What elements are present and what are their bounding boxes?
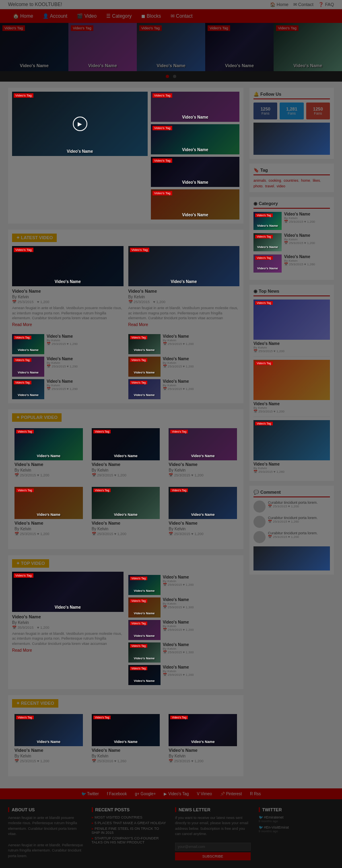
- p-title-4: Video's Name: [14, 513, 83, 517]
- side-tag-3: Video's Tag: [152, 158, 172, 163]
- featured-main-tag: Video's Tag: [14, 93, 33, 98]
- tn-tag-3: Video's Tag: [255, 422, 273, 425]
- p-title-1: Video's Name: [14, 454, 83, 458]
- s-tag-1: Video's Tag: [14, 336, 31, 339]
- ts-title-2: Video's Name: [128, 611, 161, 615]
- s-title-6: Video's Name: [128, 393, 161, 397]
- s-title-1: Video's Name: [12, 348, 44, 352]
- s-title-2: Video's Name: [128, 348, 161, 352]
- s-tag-5: Video's Tag: [14, 381, 31, 384]
- sidebar: 🔔 Follow Us 1250 Fans 1,281 Fans 1250 Fa…: [249, 88, 334, 782]
- r-title-1: Video's Name: [14, 740, 83, 744]
- ts-tag-4: Video's Tag: [130, 644, 148, 648]
- s-tag-3: Video's Tag: [14, 358, 31, 362]
- p-tag-4: Video's Tag: [16, 488, 34, 492]
- side-title-2: Video's Name: [151, 148, 239, 152]
- p-tag-6: Video's Tag: [170, 488, 188, 492]
- cat-tag-3: Video's Tag: [255, 256, 273, 260]
- s-tag-4: Video's Tag: [130, 358, 148, 362]
- top-main-title: Video's Name: [12, 605, 124, 609]
- p-title-2: Video's Name: [92, 454, 160, 458]
- side-tag-2: Video's Tag: [152, 126, 172, 130]
- top-main-tag: Video's Tag: [14, 573, 33, 578]
- tn-tag-1: Video's Tag: [255, 301, 273, 305]
- s-tag-6: Video's Tag: [130, 381, 148, 384]
- side-tag-4: Video's Tag: [152, 191, 172, 195]
- p-tag-3: Video's Tag: [170, 430, 188, 433]
- tn-tag-2: Video's Tag: [255, 361, 273, 365]
- comments-section: 💬 Comment Curabitur tincidunt porta lore…: [249, 486, 334, 575]
- side-title-3: Video's Name: [151, 180, 239, 185]
- side-title-1: Video's Name: [151, 115, 239, 119]
- ts-title-4: Video's Name: [128, 657, 161, 660]
- latest-tag-2: Video's Tag: [130, 248, 150, 252]
- ts-title-3: Video's Name: [128, 634, 161, 638]
- s-title-3: Video's Name: [12, 371, 44, 374]
- ts-tag-5: Video's Tag: [130, 667, 148, 670]
- featured-main-title: Video's Name: [12, 149, 148, 154]
- p-title-5: Video's Name: [92, 513, 160, 517]
- latest-tag-1: Video's Tag: [14, 248, 33, 252]
- main-wrapper: Video's Tag ▶ Video's Name Video's Tag V…: [0, 82, 342, 788]
- r-tag-2: Video's Tag: [93, 716, 111, 719]
- r-tag-3: Video's Tag: [170, 716, 188, 719]
- r-title-2: Video's Name: [92, 740, 160, 744]
- latest-title-2: Video's Name: [128, 279, 240, 284]
- comment-ad: [253, 546, 330, 570]
- side-tag-1: Video's Tag: [152, 93, 172, 98]
- cat-title-3: Video's Name: [253, 267, 282, 270]
- s-title-4: Video's Name: [128, 371, 161, 374]
- p-tag-2: Video's Tag: [93, 430, 111, 433]
- ts-tag-3: Video's Tag: [130, 622, 148, 625]
- play-button[interactable]: ▶: [73, 117, 87, 131]
- s-tag-2: Video's Tag: [130, 336, 148, 339]
- ts-tag-1: Video's Tag: [130, 577, 148, 580]
- cat-tag-1: Video's Tag: [255, 213, 273, 217]
- p-title-3: Video's Name: [169, 454, 237, 458]
- p-tag-1: Video's Tag: [16, 430, 34, 433]
- ts-tag-2: Video's Tag: [130, 599, 148, 603]
- cat-tag-2: Video's Tag: [255, 235, 273, 238]
- cat-title-1: Video's Name: [253, 224, 282, 228]
- latest-title-1: Video's Name: [12, 279, 124, 284]
- r-tag-1: Video's Tag: [16, 716, 34, 719]
- s-title-5: Video's Name: [12, 393, 44, 397]
- r-title-3: Video's Name: [169, 740, 237, 744]
- p-tag-5: Video's Tag: [93, 488, 111, 492]
- ts-title-5: Video's Name: [128, 679, 161, 683]
- p-title-6: Video's Name: [169, 513, 237, 517]
- ts-title-1: Video's Name: [128, 589, 161, 593]
- cat-title-2: Video's Name: [253, 245, 282, 249]
- side-title-4: Video's Name: [151, 213, 239, 217]
